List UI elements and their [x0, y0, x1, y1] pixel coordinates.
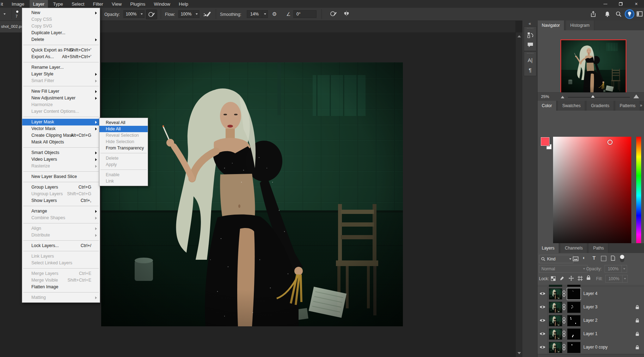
saturation-brightness-field[interactable]	[553, 137, 631, 254]
menu-item-layer-mask[interactable]: Layer Mask	[22, 119, 100, 125]
tab-navigator[interactable]: Navigator	[538, 20, 564, 30]
layer-thumbnail[interactable]	[549, 302, 562, 313]
scroll-up-icon[interactable]	[517, 35, 521, 37]
share-icon[interactable]	[590, 11, 596, 19]
menu-layer[interactable]: Layer	[30, 0, 48, 8]
color-picker-ring[interactable]	[607, 140, 613, 145]
tool-preset-chevron-icon[interactable]	[4, 13, 6, 15]
menu-item-create-clipping-mask[interactable]: Create Clipping MaskAlt+Ctrl+G	[22, 132, 100, 139]
workspace-switcher-icon[interactable]	[637, 11, 643, 18]
foreground-color-swatch[interactable]	[541, 137, 550, 146]
tab-gradients[interactable]: Gradients	[587, 101, 614, 111]
layer-name[interactable]: Layer 4	[583, 287, 597, 300]
layer-row-0-copy[interactable]: Layer 0 copy	[538, 340, 644, 354]
submenu-item-hide-all[interactable]: Hide All	[99, 126, 148, 132]
smoothing-field[interactable]: 14%	[247, 10, 268, 18]
menu-item-duplicate-layer[interactable]: Duplicate Layer...	[22, 30, 100, 36]
airbrush-icon[interactable]	[203, 11, 211, 19]
visibility-toggle[interactable]	[538, 300, 548, 314]
tab-layers[interactable]: Layers	[538, 243, 559, 253]
layer-thumbnail[interactable]	[549, 328, 562, 340]
version-history-icon[interactable]	[524, 30, 536, 40]
layer-thumbnail[interactable]	[549, 288, 562, 300]
menu-type[interactable]: Type	[50, 0, 67, 8]
character-panel-icon[interactable]: A|	[524, 55, 536, 65]
tab-overflow-icon[interactable]: »	[640, 103, 642, 108]
menu-item-new[interactable]: New	[22, 10, 100, 16]
layer-name[interactable]: Layer 0 copy	[583, 340, 608, 354]
layer-name[interactable]: Layer 3	[583, 300, 597, 314]
submenu-item-from-transparency[interactable]: From Transparency	[99, 145, 148, 151]
notifications-bell-icon[interactable]	[604, 11, 611, 19]
menu-item-vector-mask[interactable]: Vector Mask	[22, 125, 100, 132]
layer-filter-kind-dropdown[interactable]: Kind	[539, 255, 574, 263]
mask-link-icon[interactable]	[562, 304, 566, 312]
filter-adjustment-layers-icon[interactable]: ◐	[583, 255, 585, 260]
tab-swatches[interactable]: Swatches	[558, 101, 585, 111]
tab-patterns[interactable]: Patterns	[615, 101, 640, 111]
menu-image[interactable]: Image	[8, 0, 28, 8]
menu-item-show-layers[interactable]: Show LayersCtrl+,	[22, 197, 100, 204]
menu-edit-partial[interactable]: it	[0, 0, 7, 8]
lock-all-icon[interactable]	[586, 275, 591, 282]
menu-item-flatten-image[interactable]: Flatten Image	[22, 284, 100, 290]
menu-item-rename-layer[interactable]: Rename Layer...	[22, 64, 100, 71]
tab-color[interactable]: Color	[538, 101, 557, 111]
menu-item-mask-all-objects[interactable]: Mask All Objects	[22, 139, 100, 146]
mask-link-icon[interactable]	[562, 290, 566, 298]
visibility-toggle[interactable]	[538, 314, 548, 327]
menu-item-layer-style[interactable]: Layer Style	[22, 71, 100, 78]
scroll-down-icon[interactable]	[517, 352, 521, 354]
restore-button[interactable]	[613, 0, 628, 8]
menu-item-new-adjustment-layer[interactable]: New Adjustment Layer	[22, 95, 100, 101]
layer-thumbnail[interactable]	[549, 342, 562, 353]
zoom-out-icon[interactable]	[561, 96, 564, 98]
layer-row-1[interactable]: Layer 1	[538, 327, 644, 341]
filter-shape-layers-icon[interactable]	[601, 256, 606, 261]
visibility-toggle[interactable]	[538, 340, 548, 354]
zoom-slider-thumb[interactable]	[591, 95, 595, 98]
paragraph-panel-icon[interactable]: ¶	[524, 65, 536, 75]
layer-mask-thumbnail[interactable]	[567, 288, 581, 300]
menu-item-lock-layers[interactable]: Lock Layers...Ctrl+/	[22, 242, 100, 249]
filter-pixel-layers-icon[interactable]	[573, 256, 578, 263]
tab-histogram[interactable]: Histogram	[566, 20, 594, 30]
paint-symmetry-icon[interactable]	[343, 11, 350, 18]
menu-plugins[interactable]: Plugins	[127, 0, 149, 8]
menu-filter[interactable]: Filter	[90, 0, 107, 8]
menu-item-smart-objects[interactable]: Smart Objects	[22, 149, 100, 156]
mask-link-icon[interactable]	[562, 344, 566, 352]
menu-help[interactable]: Help	[175, 0, 192, 8]
discover-lightbulb-icon[interactable]	[625, 9, 634, 20]
zoom-slider-track[interactable]	[568, 97, 630, 98]
layer-mask-thumbnail[interactable]	[567, 342, 581, 353]
menu-select[interactable]: Select	[68, 0, 88, 8]
layer-mask-thumbnail[interactable]	[567, 302, 581, 313]
layer-name[interactable]: Layer 1	[583, 327, 597, 340]
menu-item-quick-export-png[interactable]: Quick Export as PNGShift+Ctrl+'	[22, 47, 100, 54]
layer-name[interactable]: Layer 2	[583, 314, 597, 327]
menu-item-video-layers[interactable]: Video Layers	[22, 156, 100, 163]
angle-field[interactable]: 0°	[293, 10, 317, 18]
size-pressure-icon[interactable]	[330, 11, 337, 18]
menu-item-export-as[interactable]: Export As...Alt+Shift+Ctrl+'	[22, 54, 100, 60]
search-icon[interactable]	[615, 11, 622, 19]
document-canvas-image[interactable]	[101, 62, 403, 326]
menu-item-arrange[interactable]: Arrange	[22, 208, 100, 215]
menu-view[interactable]: View	[108, 0, 125, 8]
close-button[interactable]: ×	[628, 0, 644, 8]
comments-icon[interactable]	[524, 40, 536, 50]
menu-item-new-layer-based-slice[interactable]: New Layer Based Slice	[22, 173, 100, 180]
brush-preview-dot[interactable]	[16, 11, 18, 13]
minimize-button[interactable]	[597, 0, 613, 8]
visibility-toggle[interactable]	[538, 287, 548, 300]
filter-type-layers-icon[interactable]: T	[593, 255, 596, 261]
blend-mode-dropdown[interactable]: Normal	[539, 265, 588, 273]
navigator-proxy-view[interactable]	[560, 39, 626, 94]
layer-mask-thumbnail[interactable]	[567, 328, 581, 340]
flow-field[interactable]: 100%	[178, 10, 200, 18]
hue-slider[interactable]	[636, 137, 641, 254]
lock-artboard-icon[interactable]	[578, 276, 583, 282]
layer-filter-toggle[interactable]	[620, 255, 624, 262]
mask-link-icon[interactable]	[562, 331, 566, 338]
